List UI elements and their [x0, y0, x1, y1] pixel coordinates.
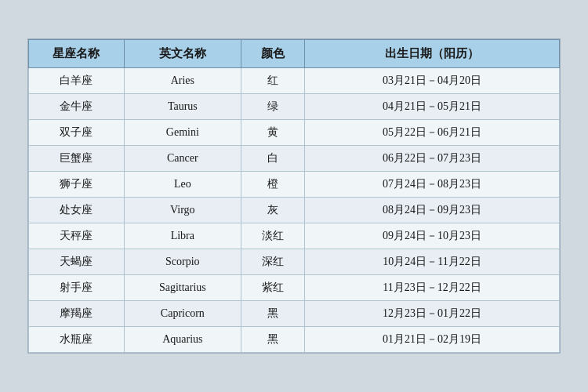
cell-en-name: Scorpio	[124, 249, 241, 275]
cell-en-name: Gemini	[124, 120, 241, 146]
cell-date: 06月22日－07月23日	[305, 146, 560, 172]
zodiac-table-container: 星座名称 英文名称 颜色 出生日期（阳历） 白羊座Aries红03月21日－04…	[27, 38, 561, 354]
header-color: 颜色	[241, 40, 304, 68]
table-row: 巨蟹座Cancer白06月22日－07月23日	[29, 146, 560, 172]
cell-zh-name: 摩羯座	[29, 301, 125, 327]
table-row: 金牛座Taurus绿04月21日－05月21日	[29, 94, 560, 120]
cell-color: 黑	[241, 301, 304, 327]
cell-en-name: Virgo	[124, 198, 241, 223]
cell-en-name: Leo	[124, 172, 241, 198]
cell-zh-name: 双子座	[29, 120, 125, 146]
cell-en-name: Taurus	[124, 94, 241, 120]
cell-zh-name: 白羊座	[29, 68, 125, 94]
table-row: 白羊座Aries红03月21日－04月20日	[29, 68, 560, 94]
cell-zh-name: 射手座	[29, 275, 125, 301]
header-en-name: 英文名称	[124, 40, 241, 68]
cell-en-name: Aries	[124, 68, 241, 94]
cell-zh-name: 处女座	[29, 198, 125, 223]
cell-zh-name: 水瓶座	[29, 327, 125, 353]
table-row: 狮子座Leo橙07月24日－08月23日	[29, 172, 560, 198]
table-header-row: 星座名称 英文名称 颜色 出生日期（阳历）	[29, 40, 560, 68]
cell-en-name: Capricorn	[124, 301, 241, 327]
cell-zh-name: 天蝎座	[29, 249, 125, 275]
cell-color: 橙	[241, 172, 304, 198]
cell-en-name: Sagittarius	[124, 275, 241, 301]
cell-date: 09月24日－10月23日	[305, 223, 560, 249]
table-row: 处女座Virgo灰08月24日－09月23日	[29, 198, 560, 223]
cell-en-name: Libra	[124, 223, 241, 249]
table-row: 射手座Sagittarius紫红11月23日－12月22日	[29, 275, 560, 301]
cell-zh-name: 天秤座	[29, 223, 125, 249]
table-row: 天秤座Libra淡红09月24日－10月23日	[29, 223, 560, 249]
cell-zh-name: 巨蟹座	[29, 146, 125, 172]
cell-color: 白	[241, 146, 304, 172]
cell-color: 绿	[241, 94, 304, 120]
cell-en-name: Aquarius	[124, 327, 241, 353]
cell-date: 10月24日－11月22日	[305, 249, 560, 275]
cell-zh-name: 狮子座	[29, 172, 125, 198]
cell-date: 11月23日－12月22日	[305, 275, 560, 301]
cell-date: 01月21日－02月19日	[305, 327, 560, 353]
table-row: 双子座Gemini黄05月22日－06月21日	[29, 120, 560, 146]
cell-en-name: Cancer	[124, 146, 241, 172]
zodiac-table: 星座名称 英文名称 颜色 出生日期（阳历） 白羊座Aries红03月21日－04…	[28, 39, 560, 353]
table-row: 天蝎座Scorpio深红10月24日－11月22日	[29, 249, 560, 275]
cell-date: 04月21日－05月21日	[305, 94, 560, 120]
cell-date: 08月24日－09月23日	[305, 198, 560, 223]
cell-date: 12月23日－01月22日	[305, 301, 560, 327]
cell-color: 深红	[241, 249, 304, 275]
cell-color: 黄	[241, 120, 304, 146]
cell-color: 灰	[241, 198, 304, 223]
table-row: 水瓶座Aquarius黑01月21日－02月19日	[29, 327, 560, 353]
cell-date: 03月21日－04月20日	[305, 68, 560, 94]
cell-color: 黑	[241, 327, 304, 353]
header-date: 出生日期（阳历）	[305, 40, 560, 68]
cell-zh-name: 金牛座	[29, 94, 125, 120]
header-zh-name: 星座名称	[29, 40, 125, 68]
cell-date: 07月24日－08月23日	[305, 172, 560, 198]
table-row: 摩羯座Capricorn黑12月23日－01月22日	[29, 301, 560, 327]
cell-date: 05月22日－06月21日	[305, 120, 560, 146]
cell-color: 淡红	[241, 223, 304, 249]
cell-color: 红	[241, 68, 304, 94]
cell-color: 紫红	[241, 275, 304, 301]
